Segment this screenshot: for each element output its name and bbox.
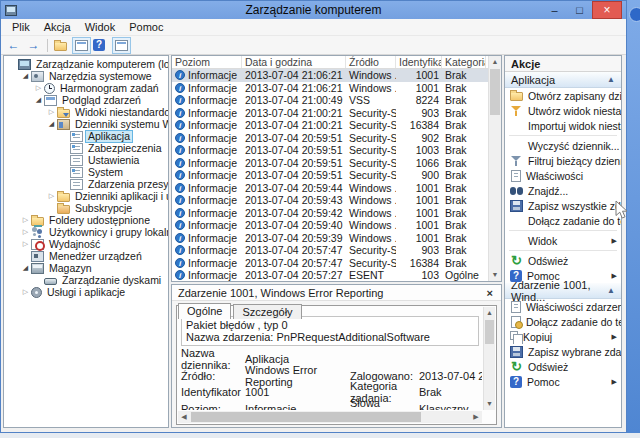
- details-close-icon[interactable]: ×: [485, 287, 495, 299]
- help-button[interactable]: [92, 37, 111, 54]
- tree-item-system[interactable]: System: [4, 166, 168, 178]
- menu-akcja[interactable]: Akcja: [37, 20, 78, 34]
- tree-item-subskrypcje[interactable]: Subskrypcje: [4, 202, 168, 214]
- action-kopiuj[interactable]: Kopiuj▶: [505, 329, 621, 344]
- action-odśwież[interactable]: Odśwież: [505, 359, 621, 374]
- column-header-identyfika[interactable]: Identyfika...: [396, 56, 442, 68]
- collapsed-icon[interactable]: ▷: [20, 226, 31, 238]
- tab-ogólne[interactable]: Ogólne: [178, 303, 231, 319]
- event-row[interactable]: iInformacje2013-07-04 20:59:42Windows ..…: [172, 207, 488, 220]
- event-row[interactable]: iInformacje2013-07-04 20:57:27ESENT103Og…: [172, 269, 488, 281]
- tree-item-harmonogram-zadań[interactable]: ▷Harmonogram zadań: [4, 82, 168, 94]
- tree-item-narzędzia-systemowe[interactable]: ◢Narzędzia systemowe: [4, 70, 168, 82]
- action-dołącz-zadanie-do-tego[interactable]: Dołącz zadanie do tego...: [505, 314, 621, 329]
- action-pomoc[interactable]: Pomoc▶: [505, 374, 621, 389]
- expanded-icon[interactable]: ◢: [20, 262, 31, 274]
- action-odśwież[interactable]: Odśwież: [505, 253, 621, 268]
- event-row[interactable]: iInformacje2013-07-04 21:00:21Security-S…: [172, 107, 488, 120]
- minimize-button[interactable]: –: [542, 1, 567, 19]
- event-row[interactable]: iInformacje2013-07-04 20:59:51Security-S…: [172, 132, 488, 145]
- back-button[interactable]: ←: [4, 37, 23, 54]
- expanded-icon[interactable]: ◢: [33, 94, 44, 106]
- tree-item-zarządzanie-komputerem-lokalne[interactable]: Zarządzanie komputerem (lokalne): [4, 58, 168, 70]
- column-header-poziom[interactable]: Poziom: [172, 56, 242, 68]
- action-filtruj-bieżący-dziennik[interactable]: Filtruj bieżący dziennik...: [505, 153, 621, 168]
- export-list-button[interactable]: [52, 37, 71, 54]
- tree-item-użytkownicy-i-grupy-lokalne[interactable]: ▷Użytkownicy i grupy lokalne: [4, 226, 168, 238]
- collapsed-icon[interactable]: ▷: [33, 82, 44, 94]
- menu-plik[interactable]: Plik: [5, 20, 37, 34]
- action-dołącz-zadanie-do-tego[interactable]: Dołącz zadanie do tego...: [505, 213, 621, 228]
- scrollbar-thumb[interactable]: [490, 69, 500, 115]
- collapse-icon[interactable]: ▲: [607, 286, 615, 295]
- action-znajdź[interactable]: Znajdź...: [505, 183, 621, 198]
- event-row[interactable]: iInformacje2013-07-04 20:59:51Security-S…: [172, 157, 488, 170]
- collapsed-icon[interactable]: ▷: [46, 106, 57, 118]
- event-row[interactable]: iInformacje2013-07-04 20:59:40Windows ..…: [172, 219, 488, 232]
- expanded-icon[interactable]: ◢: [20, 70, 31, 82]
- tree-item-zarządzanie-dyskami[interactable]: Zarządzanie dyskami: [4, 274, 168, 286]
- menu-widok[interactable]: Widok: [78, 20, 123, 34]
- action-section-aplikacja[interactable]: Aplikacja▲: [505, 72, 621, 88]
- event-row[interactable]: iInformacje2013-07-04 20:59:44Windows ..…: [172, 182, 488, 195]
- tree-item-dzienniki-systemu-windows[interactable]: ◢Dzienniki systemu Windows: [4, 118, 168, 130]
- event-row[interactable]: iInformacje2013-07-04 21:00:21Security-S…: [172, 119, 488, 132]
- event-row[interactable]: iInformacje2013-07-04 20:59:43Windows ..…: [172, 194, 488, 207]
- scroll-left-arrow-icon[interactable]: ◀: [178, 411, 190, 423]
- action-zapisz-wszystkie-zdarze[interactable]: Zapisz wszystkie zdarze...: [505, 198, 621, 213]
- tree-item-ustawienia[interactable]: Ustawienia: [4, 154, 168, 166]
- column-header-data-i-godzina[interactable]: Data i godzina: [242, 56, 346, 68]
- scrollbar-thumb[interactable]: [485, 320, 494, 344]
- column-header-kategoria[interactable]: Kategoria ...: [442, 56, 486, 68]
- scroll-down-arrow-icon[interactable]: ▼: [489, 269, 501, 281]
- event-row[interactable]: iInformacje2013-07-04 21:06:21Windows ..…: [172, 69, 488, 82]
- event-row[interactable]: iInformacje2013-07-04 21:06:21Windows ..…: [172, 82, 488, 95]
- forward-button[interactable]: →: [24, 37, 43, 54]
- collapsed-icon[interactable]: ▷: [46, 190, 57, 202]
- tree-item-wydajność[interactable]: ▷Wydajność: [4, 238, 168, 250]
- action-właściwości[interactable]: Właściwości: [505, 168, 621, 183]
- action-widok[interactable]: Widok▶: [505, 233, 621, 248]
- tree-item-dzienniki-aplikacji-i-usług[interactable]: ▷Dzienniki aplikacji i usług: [4, 190, 168, 202]
- collapsed-icon[interactable]: ▷: [20, 238, 31, 250]
- event-row[interactable]: iInformacje2013-07-04 20:59:51Security-S…: [172, 144, 488, 157]
- expanded-icon[interactable]: ◢: [46, 118, 57, 130]
- menu-pomoc[interactable]: Pomoc: [122, 20, 170, 34]
- event-row[interactable]: iInformacje2013-07-04 21:00:49VSS8224Bra…: [172, 94, 488, 107]
- scroll-down-arrow-icon[interactable]: ▼: [484, 398, 495, 410]
- tree-item-podgląd-zdarzeń[interactable]: ◢Podgląd zdarzeń: [4, 94, 168, 106]
- tree-item-foldery-udostępnione[interactable]: ▷Foldery udostępnione: [4, 214, 168, 226]
- action-właściwości-zdarzenia[interactable]: Właściwości zdarzenia: [505, 299, 621, 314]
- show-action-pane-button[interactable]: [112, 37, 131, 54]
- action-section-zdarzenie-1001-wind[interactable]: Zdarzenie 1001, Wind...▲: [505, 283, 621, 299]
- tree-item-usługi-i-aplikacje[interactable]: ▷Usługi i aplikacje: [4, 286, 168, 298]
- scroll-up-arrow-icon[interactable]: ▲: [489, 56, 501, 68]
- scrollbar-thumb[interactable]: [191, 412, 421, 422]
- event-row[interactable]: iInformacje2013-07-04 20:59:51Security-S…: [172, 169, 488, 182]
- column-header-źródło[interactable]: Źródło: [346, 56, 396, 68]
- action-zapisz-wybrane-zdarze[interactable]: Zapisz wybrane zdarze...: [505, 344, 621, 359]
- tree-item-widoki-niestandardowe[interactable]: ▷Widoki niestandardowe: [4, 106, 168, 118]
- tree-item-zabezpieczenia[interactable]: Zabezpieczenia: [4, 142, 168, 154]
- tree-item-aplikacja[interactable]: Aplikacja: [4, 130, 168, 142]
- tree-item-zdarzenia-przesyłane-dalej[interactable]: Zdarzenia przesyłane dalej: [4, 178, 168, 190]
- action-wyczyść-dziennik[interactable]: Wyczyść dziennik...: [505, 138, 621, 153]
- event-row[interactable]: iInformacje2013-07-04 20:57:47Security-S…: [172, 244, 488, 257]
- maximize-button[interactable]: □: [567, 1, 592, 19]
- action-utwórz-widok-niestand[interactable]: Utwórz widok niestand...: [505, 103, 621, 118]
- action-importuj-widok-niestan[interactable]: Importuj widok niestan...: [505, 118, 621, 133]
- tab-szczegóły[interactable]: Szczegóły: [233, 304, 301, 319]
- collapse-icon[interactable]: ▲: [607, 75, 615, 84]
- event-row[interactable]: iInformacje2013-07-04 20:59:39Windows ..…: [172, 232, 488, 245]
- collapsed-icon[interactable]: ▷: [20, 214, 31, 226]
- tree-item-magazyn[interactable]: ◢Magazyn: [4, 262, 168, 274]
- tree-item-menedżer-urządzeń[interactable]: Menedżer urządzeń: [4, 250, 168, 262]
- scroll-right-arrow-icon[interactable]: ▶: [470, 411, 482, 423]
- event-row[interactable]: iInformacje2013-07-04 20:57:47Security-S…: [172, 257, 488, 270]
- action-otwórz-zapisany-dzien[interactable]: Otwórz zapisany dzien...: [505, 88, 621, 103]
- titlebar[interactable]: Zarządzanie komputerem – □ ×: [1, 1, 626, 19]
- show-console-tree-button[interactable]: [72, 37, 91, 54]
- collapsed-icon[interactable]: ▷: [20, 286, 31, 298]
- action-pomoc[interactable]: Pomoc▶: [505, 268, 621, 283]
- close-button[interactable]: ×: [592, 1, 622, 19]
